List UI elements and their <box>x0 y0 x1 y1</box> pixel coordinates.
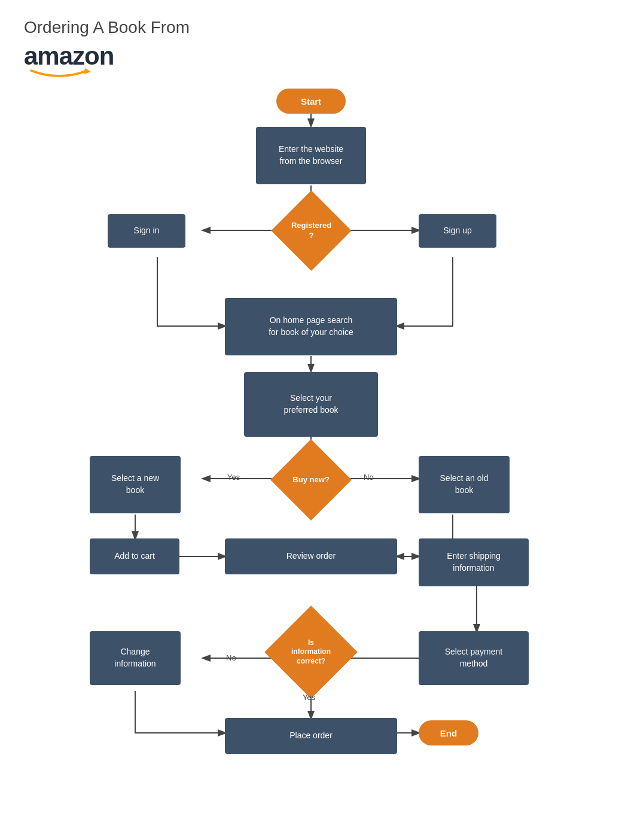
node-select-preferred: Select your preferred book <box>244 372 378 437</box>
flowchart: Ordering A Book From amazon <box>0 0 625 840</box>
node-end: End <box>419 720 478 745</box>
amazon-logo: amazon <box>24 42 114 79</box>
node-place-order: Place order <box>225 718 397 754</box>
node-review-order: Review order <box>225 538 397 574</box>
node-sign-in: Sign in <box>108 214 185 248</box>
label-no-buy: No <box>364 473 374 482</box>
amazon-text: amazon <box>24 42 114 70</box>
node-search-book: On home page search for book of your cho… <box>225 298 397 355</box>
node-enter-shipping: Enter shipping information <box>419 538 529 586</box>
page-title: Ordering A Book From <box>24 18 190 37</box>
node-enter-website: Enter the website from the browser <box>256 127 366 184</box>
label-no-correct: No <box>226 653 236 662</box>
node-sign-up: Sign up <box>419 214 496 248</box>
node-start: Start <box>276 89 346 114</box>
node-select-new: Select a new book <box>90 456 181 513</box>
label-yes-correct: Yes <box>303 693 315 702</box>
node-is-correct: Is information correct? <box>272 616 350 688</box>
node-registered: Registered ? <box>272 202 350 259</box>
node-add-to-cart: Add to cart <box>90 538 179 574</box>
node-select-payment: Select payment method <box>419 631 529 685</box>
label-yes-buy: Yes <box>227 473 240 482</box>
node-change-info: Change information <box>90 631 181 685</box>
node-select-old: Select an old book <box>419 456 510 513</box>
node-buy-new: Buy new? <box>272 450 350 510</box>
